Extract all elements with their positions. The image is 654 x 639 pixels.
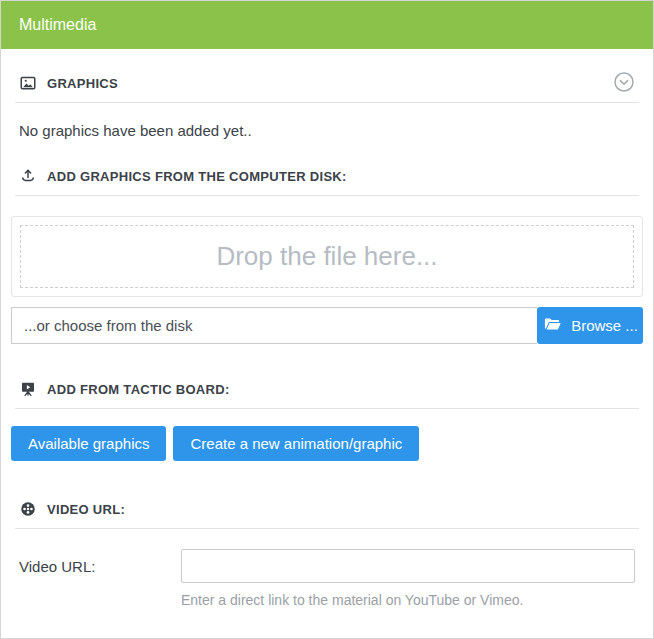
tactic-board-icon [19, 380, 37, 398]
file-dropzone[interactable]: Drop the file here... [11, 216, 643, 297]
multimedia-panel: Multimedia GRAPHICS [0, 0, 654, 639]
tactic-section-title: ADD FROM TACTIC BOARD: [47, 382, 230, 397]
film-reel-icon [19, 500, 37, 518]
panel-header: Multimedia [1, 1, 653, 49]
collapse-graphics-button[interactable] [613, 71, 635, 96]
video-url-input[interactable] [181, 549, 635, 583]
create-animation-button[interactable]: Create a new animation/graphic [173, 426, 419, 461]
chevron-down-icon [613, 71, 635, 96]
upload-icon [19, 167, 37, 185]
divider [15, 102, 639, 103]
panel-body: GRAPHICS No graphics have been added yet… [1, 71, 653, 628]
browse-button-label: Browse ... [571, 317, 638, 334]
video-url-label: Video URL: [19, 549, 181, 608]
available-graphics-button[interactable]: Available graphics [11, 426, 166, 461]
divider [15, 408, 639, 409]
tactic-section-header: ADD FROM TACTIC BOARD: [11, 377, 643, 401]
tactic-buttons-row: Available graphics Create a new animatio… [11, 426, 643, 461]
file-dropzone-inner: Drop the file here... [20, 225, 634, 288]
folder-open-icon [542, 314, 562, 337]
graphics-empty-message: No graphics have been added yet.. [19, 122, 635, 139]
graphics-section-header: GRAPHICS [11, 71, 643, 95]
image-icon [19, 74, 37, 92]
upload-section-header: ADD GRAPHICS FROM THE COMPUTER DISK: [11, 164, 643, 188]
upload-section-title: ADD GRAPHICS FROM THE COMPUTER DISK: [47, 169, 347, 184]
panel-title: Multimedia [19, 16, 96, 34]
video-section-title: VIDEO URL: [47, 502, 125, 517]
divider [15, 195, 639, 196]
graphics-section-title: GRAPHICS [47, 76, 118, 91]
video-section-header: VIDEO URL: [11, 497, 643, 521]
choose-file-input[interactable] [11, 307, 537, 344]
browse-button[interactable]: Browse ... [537, 307, 643, 344]
video-url-field-row: Video URL: Enter a direct link to the ma… [11, 549, 643, 608]
video-url-helper-text: Enter a direct link to the material on Y… [181, 592, 635, 608]
divider [15, 528, 639, 529]
dropzone-text: Drop the file here... [216, 241, 437, 272]
choose-file-group: Browse ... [11, 307, 643, 344]
video-url-field-col: Enter a direct link to the material on Y… [181, 549, 635, 608]
